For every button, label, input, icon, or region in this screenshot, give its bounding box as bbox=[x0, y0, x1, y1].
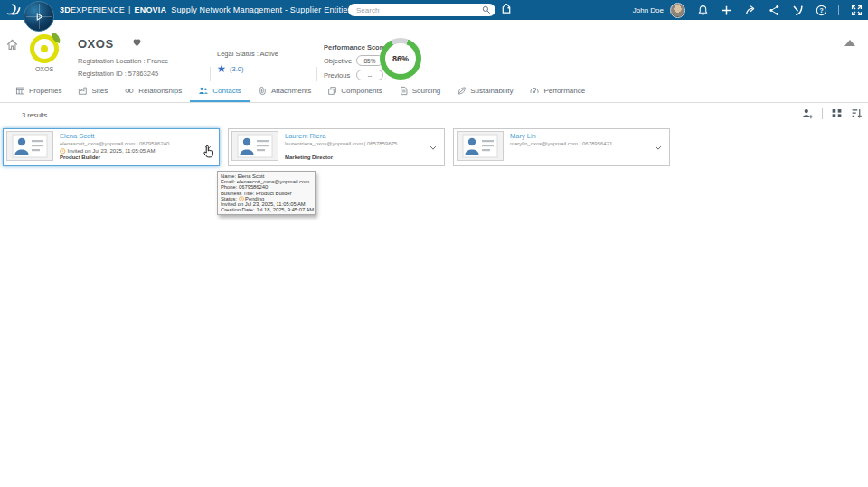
help-icon[interactable]: ? bbox=[816, 5, 827, 16]
tab-label: Components bbox=[341, 87, 382, 95]
home-icon[interactable] bbox=[6, 38, 18, 54]
contact-email-phone: laurentriera_oxos@yopmail.com | 06578596… bbox=[285, 141, 429, 148]
tab-label: Properties bbox=[29, 87, 61, 95]
contact-name-link[interactable]: Laurent Riera bbox=[285, 133, 429, 140]
clock-icon bbox=[60, 148, 66, 155]
contact-business-title: Marketing Director bbox=[285, 155, 429, 162]
supplier-entities-page: 3DEXPERIENCE | ENOVIA Supply Network Man… bbox=[0, 0, 868, 487]
entity-header: OXOS OXOS Registration Location : France… bbox=[0, 20, 868, 81]
card-view-icon[interactable] bbox=[831, 108, 843, 119]
chevron-down-icon[interactable] bbox=[654, 144, 663, 152]
topbar-user-cluster: John Doe ? bbox=[633, 0, 863, 20]
app-title-bar[interactable]: 3DEXPERIENCE | ENOVIA Supply Network Man… bbox=[60, 0, 363, 20]
company-logo-caption: OXOS bbox=[27, 66, 61, 72]
add-contact-icon[interactable] bbox=[801, 108, 814, 119]
fullscreen-icon[interactable] bbox=[851, 5, 863, 16]
contact-card-list: Elena Scott elenascott_oxos@yopmail.com … bbox=[3, 128, 670, 166]
contact-business-title: Product Builder bbox=[60, 155, 203, 162]
tab-sites[interactable]: Sites bbox=[70, 81, 116, 102]
tab-sustainability[interactable]: Sustainability bbox=[448, 81, 521, 102]
clock-icon bbox=[239, 196, 244, 201]
performance-score-donut: 86% bbox=[380, 38, 421, 80]
entity-title-block: OXOS Registration Location : France Regi… bbox=[78, 34, 168, 78]
contact-card-laurent-riera[interactable]: Laurent Riera laurentriera_oxos@yopmail.… bbox=[228, 128, 445, 166]
star-icon bbox=[217, 64, 226, 73]
topbar: 3DEXPERIENCE | ENOVIA Supply Network Man… bbox=[0, 0, 868, 20]
global-search bbox=[348, 4, 495, 16]
brand-experience: EXPERIENCE bbox=[71, 5, 125, 14]
components-icon bbox=[327, 86, 337, 96]
factory-icon bbox=[78, 86, 88, 96]
tab-relationships[interactable]: Relationships bbox=[116, 81, 190, 102]
contact-name-link[interactable]: Mary Lin bbox=[510, 133, 654, 140]
chevron-down-icon[interactable] bbox=[203, 144, 212, 152]
ds-logo-icon bbox=[5, 3, 22, 20]
contact-business-title bbox=[510, 155, 654, 162]
contact-invited-line bbox=[510, 148, 654, 155]
collaborate-icon[interactable] bbox=[769, 5, 780, 16]
contact-card-elena-scott[interactable]: Elena Scott elenascott_oxos@yopmail.com … bbox=[3, 128, 220, 166]
paperclip-icon bbox=[258, 86, 268, 96]
gauge-icon bbox=[529, 86, 540, 96]
sort-icon[interactable] bbox=[851, 108, 863, 119]
contact-invited-line bbox=[285, 148, 429, 155]
contact-invited-line: Invited on Jul 23, 2025, 11:05:05 AM bbox=[60, 148, 203, 155]
toolbar-divider bbox=[822, 108, 823, 119]
performance-score-block: Performance Score: Objective 85% Previou… bbox=[324, 43, 388, 80]
document-icon bbox=[399, 86, 409, 96]
tab-label: Sites bbox=[91, 87, 108, 95]
results-toolbar: 3 results bbox=[0, 103, 868, 126]
performance-score-label: Performance Score: bbox=[324, 43, 388, 52]
search-input[interactable] bbox=[348, 6, 482, 14]
tab-label: Sourcing bbox=[412, 87, 441, 95]
contact-photo-placeholder bbox=[457, 131, 504, 164]
contact-tooltip: Name: Elena Scott Email: elenascott_oxos… bbox=[217, 171, 316, 215]
share-arrow-icon[interactable] bbox=[744, 5, 757, 16]
tag-icon[interactable] bbox=[500, 4, 513, 20]
tab-contacts[interactable]: Contacts bbox=[190, 81, 250, 102]
table-icon bbox=[15, 86, 25, 96]
tab-sourcing[interactable]: Sourcing bbox=[391, 81, 449, 102]
score-value: 86% bbox=[392, 54, 409, 63]
plus-icon[interactable] bbox=[721, 5, 732, 16]
brand-separator: | bbox=[128, 5, 131, 14]
rating-value[interactable]: (3.0) bbox=[230, 65, 243, 73]
contact-card-mary-lin[interactable]: Mary Lin marylin_oxos@yopmail.com | 0678… bbox=[453, 128, 670, 166]
tab-label: Contacts bbox=[212, 87, 241, 95]
previous-label: Previous bbox=[324, 71, 356, 80]
objective-label: Objective bbox=[324, 57, 356, 65]
invited-text: Invited on Jul 23, 2025, 11:05:05 AM bbox=[68, 148, 156, 155]
topbar-divider bbox=[838, 5, 839, 15]
legal-status: Legal Status : Active bbox=[217, 50, 278, 58]
contact-email-phone: marylin_oxos@yopmail.com | 0678956421 bbox=[510, 141, 654, 148]
logo-leaf-icon bbox=[51, 33, 61, 43]
tab-properties[interactable]: Properties bbox=[7, 81, 70, 102]
company-logo: OXOS bbox=[27, 34, 61, 72]
svg-text:?: ? bbox=[819, 6, 823, 13]
leaf-icon bbox=[457, 86, 467, 96]
registration-id: Registration ID : 57863245 bbox=[78, 70, 168, 78]
rating-row: (3.0) bbox=[217, 64, 278, 73]
contact-name-link[interactable]: Elena Scott bbox=[60, 133, 203, 140]
tab-components[interactable]: Components bbox=[319, 81, 390, 102]
collapse-triangle-icon[interactable] bbox=[844, 40, 855, 46]
results-count: 3 results bbox=[22, 111, 47, 119]
link-icon bbox=[124, 86, 135, 96]
user-avatar[interactable] bbox=[670, 3, 685, 18]
tab-attachments[interactable]: Attachments bbox=[250, 81, 319, 102]
brand-app-name: ENOVIA bbox=[134, 5, 166, 14]
tab-label: Performance bbox=[543, 87, 585, 95]
bell-icon[interactable] bbox=[697, 5, 709, 16]
contact-photo-placeholder bbox=[231, 131, 278, 164]
heart-icon[interactable] bbox=[132, 34, 142, 51]
user-name: John Doe bbox=[633, 6, 664, 14]
tab-performance[interactable]: Performance bbox=[521, 81, 593, 102]
contact-photo-placeholder bbox=[6, 131, 53, 164]
swym-icon[interactable] bbox=[792, 5, 804, 16]
chevron-down-icon[interactable] bbox=[429, 144, 438, 152]
registration-location: Registration Location : France bbox=[78, 57, 168, 65]
tooltip-creation-date: Creation Date: Jul 18, 2025, 9:45:07 AM bbox=[221, 207, 312, 212]
tab-label: Relationships bbox=[138, 87, 182, 95]
search-icon[interactable] bbox=[482, 5, 491, 14]
compass-icon[interactable] bbox=[24, 1, 54, 32]
